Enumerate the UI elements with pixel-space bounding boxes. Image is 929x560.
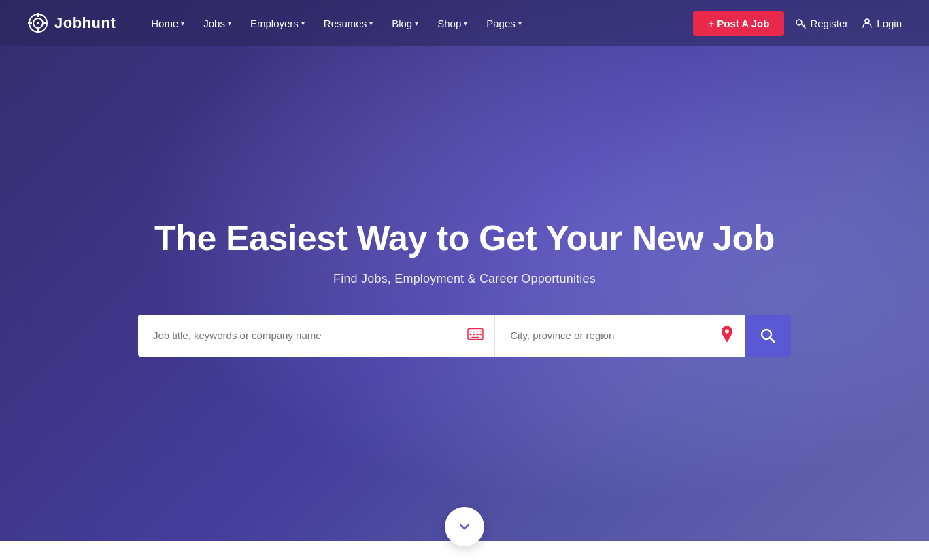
chevron-down-icon — [458, 520, 471, 533]
nav-home[interactable]: Home ▾ — [143, 12, 192, 35]
svg-line-23 — [771, 338, 775, 343]
logo-label: Jobhunt — [54, 14, 116, 32]
svg-point-2 — [37, 22, 39, 24]
location-search-input[interactable] — [495, 315, 745, 357]
svg-point-7 — [796, 20, 802, 25]
nav-employers[interactable]: Employers ▾ — [242, 12, 313, 35]
chevron-down-icon: ▾ — [415, 20, 418, 27]
job-search-field — [138, 315, 494, 357]
chevron-down-icon: ▾ — [369, 20, 373, 27]
nav-auth: Register Login — [795, 18, 902, 29]
hero-section: Jobhunt Home ▾ Jobs ▾ Employers ▾ Resume… — [0, 0, 929, 560]
job-search-input[interactable] — [138, 315, 494, 357]
chevron-down-icon: ▾ — [301, 20, 305, 27]
target-icon — [27, 12, 49, 34]
navbar: Jobhunt Home ▾ Jobs ▾ Employers ▾ Resume… — [0, 0, 929, 46]
scroll-down-wrapper — [445, 507, 484, 546]
search-button[interactable] — [745, 315, 791, 357]
login-link[interactable]: Login — [862, 18, 902, 29]
svg-point-10 — [865, 19, 869, 23]
user-icon — [862, 18, 873, 29]
svg-point-21 — [725, 329, 729, 333]
nav-shop[interactable]: Shop ▾ — [429, 12, 475, 35]
key-icon — [795, 18, 806, 29]
nav-actions: + Post A Job Register — [693, 11, 902, 36]
nav-links: Home ▾ Jobs ▾ Employers ▾ Resumes ▾ Blog… — [143, 12, 693, 35]
search-icon — [760, 328, 775, 343]
location-search-field — [494, 315, 745, 357]
chevron-down-icon: ▾ — [518, 20, 522, 27]
nav-blog[interactable]: Blog ▾ — [384, 12, 426, 35]
nav-jobs[interactable]: Jobs ▾ — [195, 12, 239, 35]
search-bar — [138, 315, 791, 357]
chevron-down-icon: ▾ — [228, 20, 231, 27]
nav-pages[interactable]: Pages ▾ — [478, 12, 530, 35]
location-pin-icon — [720, 326, 734, 345]
keyboard-icon — [467, 328, 484, 343]
post-job-button[interactable]: + Post A Job — [693, 11, 784, 36]
hero-content: The Easiest Way to Get Your New Job Find… — [0, 217, 929, 356]
chevron-down-icon: ▾ — [464, 20, 467, 27]
hero-subtitle: Find Jobs, Employment & Career Opportuni… — [333, 272, 596, 286]
chevron-down-icon: ▾ — [181, 20, 184, 27]
scroll-down-button[interactable] — [445, 507, 484, 546]
logo[interactable]: Jobhunt — [27, 12, 116, 34]
register-link[interactable]: Register — [795, 18, 848, 29]
hero-title: The Easiest Way to Get Your New Job — [154, 217, 775, 259]
nav-resumes[interactable]: Resumes ▾ — [316, 12, 381, 35]
